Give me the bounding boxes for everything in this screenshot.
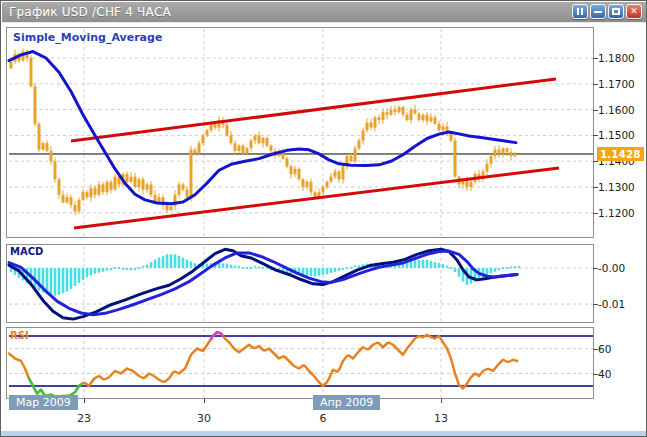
- axis-tick: [593, 84, 598, 85]
- minimize-button[interactable]: [590, 4, 606, 19]
- month-badge: Апр 2009: [313, 395, 380, 410]
- window-bottom-strip: [1, 431, 647, 437]
- time-axis-tick: [441, 398, 442, 403]
- axis-tick: [593, 135, 598, 136]
- close-button[interactable]: [626, 4, 642, 19]
- window-title: График USD /CHF 4 ЧАСА: [2, 5, 171, 19]
- window-controls: [572, 4, 642, 19]
- axis-tick: [593, 349, 598, 350]
- day-label: 13: [434, 412, 448, 425]
- window-titlebar[interactable]: График USD /CHF 4 ЧАСА: [2, 2, 646, 23]
- pause-button[interactable]: [572, 4, 588, 19]
- price-axis-label: 1.1600: [598, 104, 646, 116]
- maximize-icon: [612, 8, 620, 15]
- minimize-icon: [594, 11, 602, 13]
- axis-tick: [593, 268, 598, 269]
- axis-tick: [593, 58, 598, 59]
- price-axis-label: 1.1500: [598, 129, 646, 141]
- price-axis-label: 1.1300: [598, 181, 646, 193]
- current-price-badge: 1.1428: [597, 147, 644, 161]
- axis-tick: [593, 161, 598, 162]
- macd-indicator-label: MACD: [10, 246, 43, 257]
- day-label: 6: [320, 412, 327, 425]
- axis-tick: [593, 374, 598, 375]
- price-chart[interactable]: [7, 28, 593, 237]
- maximize-button[interactable]: [608, 4, 624, 19]
- pause-icon: [577, 8, 579, 15]
- time-axis-tick: [204, 398, 205, 403]
- rsi-axis-label: 60: [598, 343, 646, 355]
- rsi-indicator-label: RSI: [10, 330, 29, 341]
- chart-window: График USD /CHF 4 ЧАСА Simple_Moving_Ave…: [0, 0, 647, 437]
- sma-indicator-label: Simple_Moving_Average: [13, 31, 162, 44]
- price-axis-label: 1.1700: [598, 78, 646, 90]
- price-axis-label: 1.1800: [598, 52, 646, 64]
- price-axis-label: 1.1200: [598, 207, 646, 219]
- day-label: 30: [197, 412, 211, 425]
- axis-tick: [593, 110, 598, 111]
- macd-chart[interactable]: [7, 245, 593, 322]
- axis-tick: [593, 187, 598, 188]
- month-badge: Мар 2009: [9, 395, 78, 410]
- day-label: 23: [77, 412, 91, 425]
- axis-tick: [593, 213, 598, 214]
- rsi-chart[interactable]: [7, 328, 593, 398]
- time-axis-tick: [84, 398, 85, 403]
- macd-axis-label: -0.00: [598, 262, 646, 274]
- rsi-axis-label: 40: [598, 368, 646, 380]
- axis-tick: [593, 304, 598, 305]
- macd-axis-label: -0.01: [598, 298, 646, 310]
